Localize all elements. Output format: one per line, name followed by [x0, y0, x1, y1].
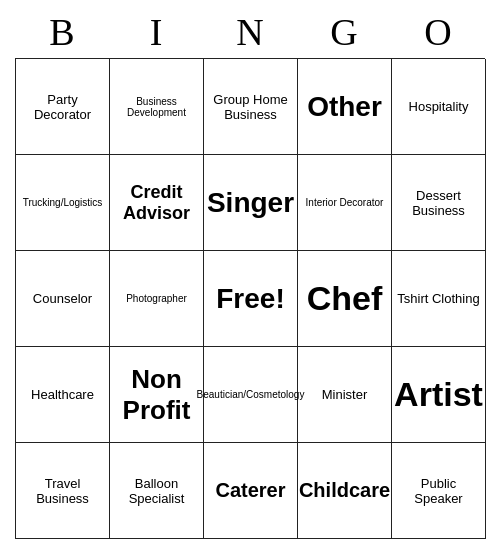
bingo-cell-10: Counselor [16, 251, 110, 347]
cell-text-24: Public Speaker [396, 476, 481, 506]
bingo-cell-5: Trucking/Logistics [16, 155, 110, 251]
bingo-cell-7: Singer [204, 155, 298, 251]
bingo-cell-8: Interior Decorator [298, 155, 392, 251]
letter-g: G [297, 10, 391, 54]
cell-text-17: Beautician/Cosmetology [197, 389, 305, 400]
cell-text-5: Trucking/Logistics [23, 197, 103, 208]
bingo-cell-1: Business Development [110, 59, 204, 155]
bingo-cell-9: Dessert Business [392, 155, 486, 251]
bingo-cell-24: Public Speaker [392, 443, 486, 539]
bingo-header: B I N G O [15, 10, 485, 54]
bingo-cell-21: Balloon Specialist [110, 443, 204, 539]
letter-i: I [109, 10, 203, 54]
cell-text-15: Healthcare [31, 387, 94, 402]
bingo-cell-13: Chef [298, 251, 392, 347]
bingo-cell-20: Travel Business [16, 443, 110, 539]
bingo-cell-11: Photographer [110, 251, 204, 347]
cell-text-13: Chef [307, 279, 383, 318]
bingo-cell-16: Non Profit [110, 347, 204, 443]
cell-text-2: Group Home Business [208, 92, 293, 122]
cell-text-0: Party Decorator [20, 92, 105, 122]
bingo-cell-22: Caterer [204, 443, 298, 539]
bingo-cell-14: Tshirt Clothing [392, 251, 486, 347]
cell-text-6: Credit Advisor [114, 182, 199, 224]
bingo-cell-4: Hospitality [392, 59, 486, 155]
bingo-cell-23: Childcare [298, 443, 392, 539]
cell-text-14: Tshirt Clothing [397, 291, 479, 306]
cell-text-21: Balloon Specialist [114, 476, 199, 506]
letter-b: B [15, 10, 109, 54]
cell-text-3: Other [307, 91, 382, 123]
bingo-cell-18: Minister [298, 347, 392, 443]
bingo-cell-0: Party Decorator [16, 59, 110, 155]
bingo-cell-15: Healthcare [16, 347, 110, 443]
bingo-cell-12: Free! [204, 251, 298, 347]
bingo-cell-17: Beautician/Cosmetology [204, 347, 298, 443]
bingo-cell-6: Credit Advisor [110, 155, 204, 251]
cell-text-16: Non Profit [114, 364, 199, 426]
cell-text-12: Free! [216, 283, 284, 315]
cell-text-7: Singer [207, 187, 294, 219]
cell-text-19: Artist [394, 375, 483, 414]
bingo-cell-19: Artist [392, 347, 486, 443]
letter-o: O [391, 10, 485, 54]
cell-text-9: Dessert Business [396, 188, 481, 218]
cell-text-4: Hospitality [409, 99, 469, 114]
cell-text-8: Interior Decorator [306, 197, 384, 208]
cell-text-18: Minister [322, 387, 368, 402]
cell-text-20: Travel Business [20, 476, 105, 506]
cell-text-10: Counselor [33, 291, 92, 306]
cell-text-23: Childcare [299, 479, 390, 502]
bingo-grid: Party DecoratorBusiness DevelopmentGroup… [15, 58, 485, 539]
bingo-cell-3: Other [298, 59, 392, 155]
bingo-cell-2: Group Home Business [204, 59, 298, 155]
cell-text-22: Caterer [215, 479, 285, 502]
letter-n: N [203, 10, 297, 54]
cell-text-1: Business Development [114, 96, 199, 118]
cell-text-11: Photographer [126, 293, 187, 304]
